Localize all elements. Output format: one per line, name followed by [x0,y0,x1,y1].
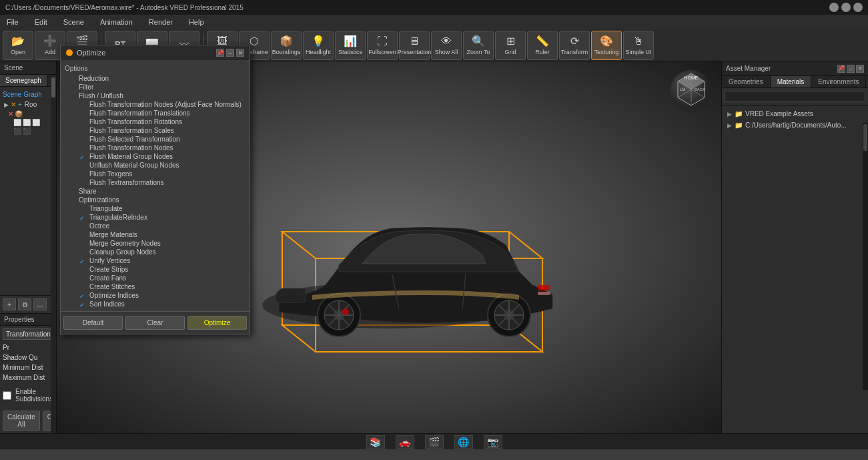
share-checkbox [69,188,75,195]
node-x-icon: ✕ [8,110,13,118]
transformation-tab[interactable]: Transformation [3,328,53,340]
opt-octree[interactable]: Octree [74,222,247,230]
more-button[interactable]: … [33,298,47,310]
node-child-2[interactable]: ⬜⬜⬜ [13,118,53,127]
right-scrollbar-thumb[interactable] [863,124,867,151]
nav-cube[interactable]: HOME LM BACK [668,68,715,115]
toolbar-ruler[interactable]: 📏 Ruler [527,31,558,60]
optimize-dialog-controls: 📌 – ✕ [216,49,244,57]
options-button[interactable]: ⚙ [18,298,31,310]
menu-file[interactable]: File [3,17,23,27]
toolbar-open[interactable]: 📂 Open [3,31,33,60]
toolbar-statistics[interactable]: 📊 Statistics [335,31,366,60]
status-camera-icon[interactable]: 📷 [484,435,502,449]
grid-label: Grid [504,49,516,55]
node-child-1[interactable]: ✕ 📦 [8,109,53,118]
opt-flush-transform-translations[interactable]: Flush Transformation Translations [74,109,247,118]
asset-manager-close-button[interactable]: ✕ [856,65,864,73]
opt-flush-transform-nodes-adjust[interactable]: Flush Transformation Nodes (Adjust Face … [74,100,247,109]
prop-min-label: Minimum Dist [3,364,43,371]
ruler-label: Ruler [535,49,550,55]
mgn-checkbox [79,240,86,247]
opt-share[interactable]: Share [63,187,247,196]
opt-flush-textransformations[interactable]: Flush Textransformations [74,178,247,187]
opt-flush-selected-transform[interactable]: Flush Selected Transformation [74,135,247,144]
status-video-icon[interactable]: 🎬 [425,435,444,449]
toolbar-texturing[interactable]: 🎨 Texturing [591,31,622,60]
tab-geometries[interactable]: Geometries [722,76,771,87]
opt-triangulate-reindex[interactable]: TriangulateReIndex [74,213,247,222]
asset-item-auto[interactable]: ▶ 📁 C:/Users/hartig/Documents/Auto... [725,120,865,131]
opt-flush-material-group[interactable]: Flush Material Group Nodes [74,152,247,161]
calculate-all-button[interactable]: Calculate All [3,411,40,431]
menu-animation[interactable]: Animation [96,17,137,27]
scene-graph-link[interactable]: Scene Graph [3,91,42,98]
optimize-pin-button[interactable]: 📌 [216,49,224,57]
opt-triangulate[interactable]: Triangulate [74,204,247,213]
uv-checkbox [79,258,86,264]
node-add-icon: + [18,101,22,108]
opt-flush-texgens[interactable]: Flush Texgens [74,170,247,178]
opt-merge-geometry-nodes[interactable]: Merge Geometry Nodes [74,239,247,248]
maximize-button[interactable] [841,3,851,12]
car-container [222,152,556,365]
add-icon: ➕ [43,35,57,47]
enable-subdivisions-checkbox[interactable] [3,391,11,400]
optimize-button[interactable]: Optimize [187,316,247,330]
toolbar-boundings[interactable]: 📦 Boundings [271,31,302,60]
toolbar-presentation[interactable]: 🖥 Presentation [399,31,430,60]
scrollbar-thumb[interactable] [51,77,55,97]
right-panel-scrollbar[interactable] [863,123,868,390]
opt-unify-vertices[interactable]: Unify Vertices [74,256,247,265]
opt-flush-unflush[interactable]: Flush / Unflush [63,91,247,100]
menu-edit[interactable]: Edit [31,17,51,27]
opt-cleanup-group-nodes[interactable]: Cleanup Group Nodes [74,248,247,256]
asset-manager-minimize-button[interactable]: – [847,65,855,73]
optimize-minimize-button[interactable]: – [226,49,234,57]
vertical-scrollbar[interactable] [51,76,56,433]
clear-button[interactable]: Clear [125,316,185,330]
menu-render[interactable]: Render [145,17,177,27]
status-car-icon[interactable]: 🚗 [396,435,414,449]
tab-scenegraph[interactable]: Scenegraph [0,75,47,86]
asset-search-input[interactable] [725,91,865,102]
opt-flush-transform-rotations[interactable]: Flush Transformation Rotations [74,118,247,126]
opt-flush-transform-nodes[interactable]: Flush Transformation Nodes [74,144,247,152]
node-child-3[interactable]: ⬛⬛ [13,127,53,136]
scene-node-root[interactable]: ▶ ✕ + Roo [3,99,53,109]
toolbar-fullscreen[interactable]: ⛶ Fullscreen [367,31,398,60]
title-text: C:/Users /Documents/VRED/Aeromax.wire* -… [5,4,244,11]
status-library-icon[interactable]: 📚 [366,435,385,449]
opt-filter[interactable]: Filter [63,83,247,91]
asset-manager-pin-button[interactable]: 📌 [837,65,845,73]
opt-create-strips[interactable]: Create Strips [74,265,247,274]
toolbar-transform[interactable]: ⟳ Transform [559,31,590,60]
default-button[interactable]: Default [63,316,123,330]
opt-optimize-indices[interactable]: Optimize Indices [74,291,247,300]
boundings-icon: 📦 [280,35,293,47]
status-globe-icon[interactable]: 🌐 [454,435,473,449]
tab-environments[interactable]: Environments [811,76,866,87]
opt-unflush-material-group[interactable]: Unflush Material Group Nodes [74,161,247,170]
opt-sort-indices[interactable]: Sort Indices [74,300,247,308]
toolbar-show-all[interactable]: 👁 Show All [431,31,462,60]
close-button[interactable] [853,3,863,12]
toolbar-grid[interactable]: ⊞ Grid [495,31,526,60]
tab-materials[interactable]: Materials [771,76,812,87]
menu-scene[interactable]: Scene [59,17,88,27]
menu-help[interactable]: Help [185,17,208,27]
opt-merge-materials[interactable]: Merge Materials [74,230,247,239]
add-node-button[interactable]: + [3,298,16,310]
toolbar-zoom-to[interactable]: 🔍 Zoom To [463,31,494,60]
toolbar-headlight[interactable]: 💡 Headlight [303,31,334,60]
asset-item-vred[interactable]: ▶ 📁 VRED Example Assets [725,108,865,120]
optimize-close-button[interactable]: ✕ [236,49,244,57]
opt-reduction[interactable]: Reduction [63,74,247,83]
minimize-button[interactable] [829,3,839,12]
opt-create-stitches[interactable]: Create Stitches [74,282,247,291]
fullscreen-icon: ⛶ [377,35,388,47]
opt-optimizations[interactable]: Optimizations [63,196,247,204]
opt-create-fans[interactable]: Create Fans [74,274,247,282]
opt-flush-transform-scales[interactable]: Flush Transformation Scales [74,126,247,135]
toolbar-simple-ui[interactable]: 🖱 Simple UI [623,31,654,60]
